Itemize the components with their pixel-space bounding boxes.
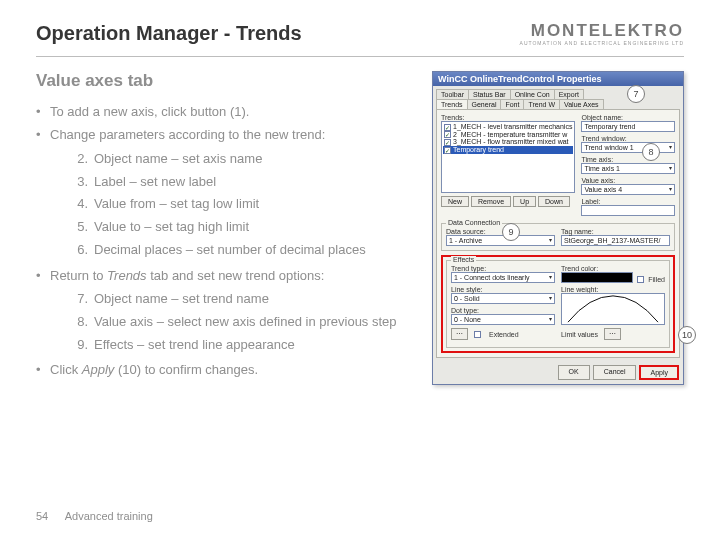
list-item: 9.Effects – set trend line appearance [72,334,414,357]
tab-font[interactable]: Font [500,99,524,109]
time-axis-label: Time axis: [581,156,675,163]
line-weight-label: Line weight: [561,286,665,293]
limit-values-button[interactable]: ⋯ [604,328,621,340]
trend-type-select[interactable]: 1 - Connect dots linearly▾ [451,272,555,283]
bullet-text: Change parameters according to the new t… [50,127,325,142]
filled-checkbox[interactable] [637,276,644,283]
effects-label: Effects [451,256,476,263]
effects-group: Effects Trend type:1 - Connect dots line… [446,260,670,348]
tab-valueaxes[interactable]: Value Axes [559,99,604,109]
effects-highlight: Effects Trend type:1 - Connect dots line… [441,255,675,353]
extended-checkbox[interactable] [474,331,481,338]
bullet-text: Return to [50,268,107,283]
footer-caption: Advanced training [65,510,153,522]
ok-button[interactable]: OK [558,365,590,380]
trend-window-label: Trend window: [581,135,675,142]
bullet-item: Change parameters according to the new t… [36,124,414,261]
list-item: 8.Value axis – select new axis defined i… [72,311,414,334]
limit-values-label: Limit values [561,331,598,338]
bullet-item: To add a new axis, click button (1). [36,101,414,122]
trend-color-label: Trend color: [561,265,633,272]
tab-row-1: Toolbar Status Bar Online Con Export [433,86,683,99]
list-item: 4.Value from – set tag low limit [72,193,414,216]
list-item[interactable]: ✓2_MECH - temperature transmitter w [443,131,573,139]
down-button[interactable]: Down [538,196,570,207]
time-axis-select[interactable]: Time axis 1▾ [581,163,675,174]
data-connection-group: Data Connection Data source: 1 - Archive… [441,223,675,251]
tab-row-2: Trends General Font Trend W Value Axes [433,99,683,109]
callout-8: 8 [642,143,660,161]
dialog-title: WinCC OnlineTrendControl Properties [433,72,683,86]
remove-button[interactable]: Remove [471,196,511,207]
data-connection-label: Data Connection [446,219,502,226]
label-input[interactable] [581,205,675,216]
list-item: 5.Value to – set tag high limit [72,216,414,239]
cancel-button[interactable]: Cancel [593,365,637,380]
object-name-label: Object name: [581,114,675,121]
list-item: 6.Decimal places – set number of decimal… [72,239,414,262]
list-item: 2.Object name – set axis name [72,148,414,171]
bullet-item: Return to Trends tab and set new trend o… [36,265,414,357]
tag-name-label: Tag name: [561,228,670,235]
brand-logo: MONTELEKTRO AUTOMATION AND ELECTRICAL EN… [520,22,684,46]
tag-name-input[interactable]: StGeorge_BH_2137-MASTER/ [561,235,670,246]
page-number: 54 [36,510,48,522]
extended-label: Extended [489,331,519,338]
properties-dialog: WinCC OnlineTrendControl Properties Tool… [432,71,684,385]
value-axis-label: Value axis: [581,177,675,184]
list-item[interactable]: ✓Temporary trend [443,146,573,154]
trends-listbox[interactable]: ✓1_MECH - level transmitter mechanics ✓2… [441,121,575,193]
list-item[interactable]: ✓3_MECH - flow transmitter mixed wat [443,138,573,146]
callout-10: 10 [678,326,696,344]
effects-picker-button[interactable]: ⋯ [451,328,468,340]
trend-color-picker[interactable] [561,272,633,283]
label-label: Label: [581,198,675,205]
callout-9: 9 [502,223,520,241]
dot-type-select[interactable]: 0 - None▾ [451,314,555,325]
tab-export[interactable]: Export [554,89,584,99]
brand-name: MONTELEKTRO [520,22,684,39]
bullet-item: Click Apply (10) to confirm changes. [36,359,414,380]
tab-general[interactable]: General [467,99,502,109]
data-source-select[interactable]: 1 - Archive▾ [446,235,555,246]
apply-highlight: Apply [639,365,679,380]
value-axis-select[interactable]: Value axis 4▾ [581,184,675,195]
tab-trendw[interactable]: Trend W [523,99,560,109]
list-item: 3.Label – set new label [72,171,414,194]
data-source-label: Data source: [446,228,555,235]
object-name-input[interactable]: Temporary trend [581,121,675,132]
trend-window-select[interactable]: Trend window 1▾ [581,142,675,153]
callout-7: 7 [627,85,645,103]
tab-trends[interactable]: Trends [436,99,468,109]
trend-type-label: Trend type: [451,265,555,272]
list-item: 7.Object name – set trend name [72,288,414,311]
up-button[interactable]: Up [513,196,536,207]
brand-tagline: AUTOMATION AND ELECTRICAL ENGINEERING LT… [520,41,684,46]
apply-button[interactable]: Apply [641,367,677,378]
trends-label: Trends: [441,114,575,121]
slide-footer: 54 Advanced training [36,510,153,522]
line-style-label: Line style: [451,286,555,293]
line-style-select[interactable]: 0 - Solid▾ [451,293,555,304]
tab-statusbar[interactable]: Status Bar [468,89,511,99]
page-title: Operation Manager - Trends [36,22,302,45]
filled-label: Filled [648,276,665,283]
new-button[interactable]: New [441,196,469,207]
tab-online[interactable]: Online Con [510,89,555,99]
list-item[interactable]: ✓1_MECH - level transmitter mechanics [443,123,573,131]
trend-preview [561,293,665,325]
dot-type-label: Dot type: [451,307,555,314]
section-subtitle: Value axes tab [36,71,414,91]
tab-toolbar[interactable]: Toolbar [436,89,469,99]
